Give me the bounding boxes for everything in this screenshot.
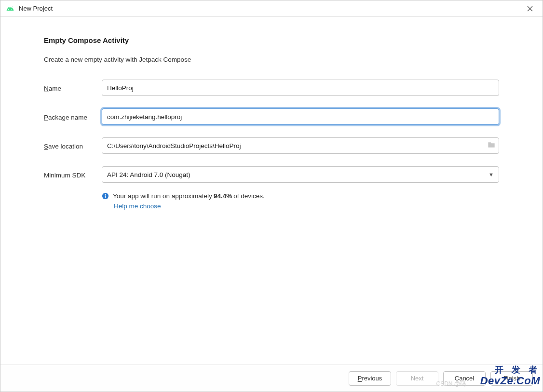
minimum-sdk-value: API 24: Android 7.0 (Nougat) bbox=[107, 171, 190, 178]
button-bar: Previous Next Cancel Finish bbox=[0, 365, 543, 392]
dialog-window: New Project Empty Compose Activity Creat… bbox=[0, 0, 543, 392]
content-area: Empty Compose Activity Create a new empt… bbox=[0, 17, 543, 365]
next-button: Next bbox=[396, 371, 438, 386]
android-icon bbox=[6, 5, 14, 13]
page-heading: Empty Compose Activity bbox=[44, 36, 499, 44]
svg-rect-1 bbox=[105, 195, 106, 198]
page-subheading: Create a new empty activity with Jetpack… bbox=[44, 56, 499, 63]
titlebar: New Project bbox=[0, 0, 543, 17]
svg-point-2 bbox=[105, 194, 106, 195]
row-save-location: Save location bbox=[44, 137, 499, 154]
row-package: Package name bbox=[44, 108, 499, 125]
cancel-button[interactable]: Cancel bbox=[443, 371, 486, 386]
label-package: Package name bbox=[44, 113, 102, 121]
close-icon bbox=[527, 6, 533, 12]
package-input[interactable] bbox=[102, 108, 499, 125]
label-name: Name bbox=[44, 84, 102, 92]
browse-folder-button[interactable] bbox=[488, 142, 495, 150]
help-me-choose-link[interactable]: Help me choose bbox=[114, 203, 499, 210]
row-minimum-sdk: Minimum SDK API 24: Android 7.0 (Nougat)… bbox=[44, 166, 499, 183]
previous-button[interactable]: Previous bbox=[349, 371, 391, 386]
window-title: New Project bbox=[19, 5, 522, 12]
label-save-location: Save location bbox=[44, 142, 102, 150]
label-minimum-sdk: Minimum SDK bbox=[44, 171, 102, 179]
name-input[interactable] bbox=[102, 80, 499, 96]
row-name: Name bbox=[44, 80, 499, 96]
chevron-down-icon: ▼ bbox=[489, 172, 494, 177]
close-button[interactable] bbox=[522, 2, 538, 15]
minimum-sdk-select[interactable]: API 24: Android 7.0 (Nougat) ▼ bbox=[102, 166, 499, 183]
finish-button[interactable]: Finish bbox=[490, 371, 533, 386]
sdk-info-block: Your app will run on approximately 94.4%… bbox=[102, 192, 499, 210]
save-location-input[interactable] bbox=[102, 137, 499, 154]
folder-icon bbox=[488, 142, 495, 149]
sdk-info-text: Your app will run on approximately 94.4%… bbox=[102, 192, 499, 200]
info-icon bbox=[102, 192, 109, 200]
